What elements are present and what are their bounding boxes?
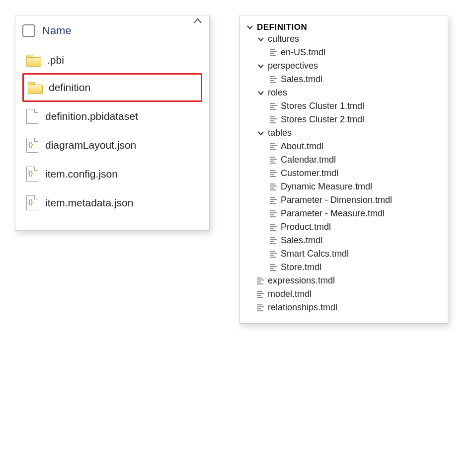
file-lines-icon (257, 304, 264, 312)
file-lines-icon (270, 264, 277, 272)
tree-file[interactable]: Smart Calcs.tmdl (244, 247, 443, 261)
file-lines-icon (270, 250, 277, 258)
tree-file[interactable]: en-US.tmdl (244, 46, 443, 59)
tree-folder-label: cultures (268, 34, 299, 44)
explorer-panel: Name .pbi definition definition.pbidatas… (15, 15, 210, 231)
tree-file[interactable]: relationships.tmdl (244, 301, 443, 314)
file-lines-icon (270, 223, 277, 231)
file-lines-icon (257, 290, 264, 298)
tree-file[interactable]: Stores Cluster 2.tmdl (244, 113, 443, 126)
chevron-down-icon (257, 62, 265, 70)
tree-folder-perspectives[interactable]: perspectives (244, 59, 443, 73)
file-lines-icon (270, 196, 277, 204)
tree-file-label: Stores Cluster 1.tmdl (281, 101, 364, 111)
tree-file[interactable]: Stores Cluster 1.tmdl (244, 99, 443, 113)
file-icon (26, 109, 38, 124)
tree-file-label: Sales.tmdl (281, 74, 322, 85)
file-lines-icon (270, 183, 277, 191)
tree-file-label: Dynamic Measure.tmdl (281, 182, 372, 192)
chevron-down-icon (246, 23, 254, 31)
tree-file-label: Product.tmdl (281, 222, 331, 232)
tree-file-label: Customer.tmdl (281, 168, 338, 179)
folder-item[interactable]: .pbi (22, 47, 202, 73)
tree-file[interactable]: Parameter - Dimension.tmdl (244, 193, 443, 207)
tree-file[interactable]: Product.tmdl (244, 220, 443, 234)
tree-folder-cultures[interactable]: cultures (244, 32, 443, 46)
file-lines-icon (270, 143, 277, 151)
tree-file-label: relationships.tmdl (268, 302, 337, 313)
json-file-icon (26, 167, 38, 182)
chevron-down-icon (257, 35, 265, 43)
tree-file[interactable]: Parameter - Measure.tmdl (244, 207, 443, 220)
tree-folder-label: roles (268, 88, 287, 98)
tree-file-label: About.tmdl (281, 141, 323, 152)
item-label: definition.pbidataset (45, 110, 138, 122)
chevron-down-icon (257, 89, 265, 97)
select-all-checkbox[interactable] (22, 24, 35, 37)
tree-file[interactable]: Store.tmdl (244, 261, 443, 274)
file-item[interactable]: item.config.json (22, 160, 202, 188)
tree-panel: DEFINITION cultures en-US.tmdl perspecti… (239, 15, 448, 324)
tree-file[interactable]: About.tmdl (244, 140, 443, 153)
file-lines-icon (270, 49, 277, 57)
tree-file[interactable]: Sales.tmdl (244, 73, 443, 86)
file-lines-icon (257, 277, 264, 285)
file-lines-icon (270, 237, 277, 245)
explorer-list: .pbi definition definition.pbidataset di… (15, 42, 209, 217)
tree-file[interactable]: Customer.tmdl (244, 167, 443, 180)
file-lines-icon (270, 170, 277, 178)
folder-item-highlighted[interactable]: definition (22, 73, 202, 102)
tree-file[interactable]: model.tmdl (244, 287, 443, 301)
tree-folder-label: perspectives (268, 61, 318, 71)
tree-folder-tables[interactable]: tables (244, 126, 443, 140)
column-header-name[interactable]: Name (42, 24, 72, 37)
tree-file[interactable]: Calendar.tmdl (244, 153, 443, 167)
explorer-header: Name (15, 20, 209, 42)
file-lines-icon (270, 116, 277, 124)
file-item[interactable]: definition.pbidataset (22, 102, 202, 131)
tree-file-label: Smart Calcs.tmdl (281, 249, 349, 259)
item-label: diagramLayout.json (45, 139, 136, 151)
json-file-icon (26, 195, 38, 210)
tree-file-label: model.tmdl (268, 289, 312, 299)
tree-file-label: expressions.tmdl (268, 276, 335, 286)
item-label: definition (49, 82, 90, 93)
tree-file-label: Parameter - Dimension.tmdl (281, 195, 392, 205)
tree-file[interactable]: Dynamic Measure.tmdl (244, 180, 443, 193)
item-label: item.metadata.json (45, 197, 133, 209)
item-label: item.config.json (45, 168, 118, 180)
file-item[interactable]: item.metadata.json (22, 188, 202, 217)
file-lines-icon (270, 102, 277, 110)
tree-file-label: Store.tmdl (281, 262, 321, 273)
json-file-icon (26, 138, 38, 153)
file-lines-icon (270, 76, 277, 84)
chevron-down-icon (257, 129, 265, 137)
tree-folder-roles[interactable]: roles (244, 86, 443, 99)
folder-icon (26, 55, 40, 66)
file-lines-icon (270, 156, 277, 164)
tree-file-label: Calendar.tmdl (281, 155, 336, 165)
tree-file-label: Parameter - Measure.tmdl (281, 208, 385, 219)
folder-icon (28, 82, 42, 93)
tree-file-label: en-US.tmdl (281, 47, 325, 58)
tree-file[interactable]: expressions.tmdl (244, 274, 443, 287)
tree-root[interactable]: DEFINITION (244, 22, 443, 32)
tree-file[interactable]: Sales.tmdl (244, 234, 443, 247)
file-item[interactable]: diagramLayout.json (22, 131, 202, 160)
file-lines-icon (270, 210, 277, 218)
tree-folder-label: tables (268, 128, 292, 138)
tree-root-label: DEFINITION (257, 22, 307, 32)
item-label: .pbi (47, 54, 64, 66)
tree-file-label: Stores Cluster 2.tmdl (281, 114, 364, 125)
tree-file-label: Sales.tmdl (281, 235, 322, 246)
